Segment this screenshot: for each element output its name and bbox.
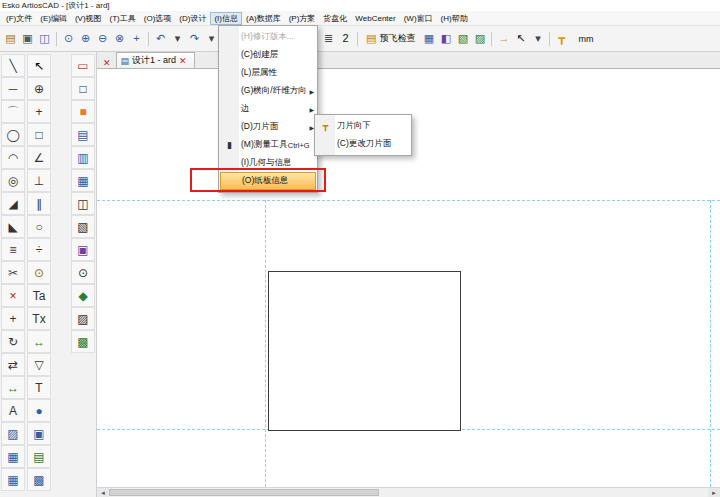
menubar-item-options[interactable]: (O)选项 — [140, 12, 176, 25]
tool-sheet-icon[interactable]: ▤ — [27, 445, 51, 468]
view-props-icon[interactable]: ▣ — [71, 238, 95, 261]
scroll-left-icon[interactable]: ◄ — [97, 488, 109, 497]
submenu-item-blade-down[interactable]: ┳ 刀片向下 — [316, 117, 410, 135]
tool-fillet-icon[interactable]: ◢ — [1, 192, 25, 215]
counter-icon[interactable]: ▧ — [454, 30, 471, 48]
tool-arc-icon[interactable]: ⌒ — [1, 100, 25, 123]
tool-tangent-icon[interactable]: ○ — [27, 215, 51, 238]
tool-pan-icon[interactable]: + — [27, 100, 51, 123]
tool-grid-icon[interactable]: ▦ — [1, 445, 25, 468]
view-3d-icon[interactable]: ◆ — [71, 284, 95, 307]
pan-icon[interactable]: + — [128, 30, 145, 48]
tool-scissors-icon[interactable]: ✂ — [1, 261, 25, 284]
tool-layout-icon[interactable]: ▣ — [27, 422, 51, 445]
menubar-item-design[interactable]: (D)设计 — [175, 12, 210, 25]
view-overlay-icon[interactable]: ▥ — [71, 146, 95, 169]
tool-parallel-icon[interactable]: ∥ — [27, 192, 51, 215]
view-sheet-icon[interactable]: ▨ — [71, 307, 95, 330]
tool-dimension-alt-icon[interactable]: ↔ — [27, 330, 51, 353]
tool-rotate-icon[interactable]: ↻ — [1, 330, 25, 353]
menu-item-board-information[interactable]: (O)纸板信息 — [220, 172, 316, 190]
tool-curve-icon[interactable]: ◠ — [1, 146, 25, 169]
menubar-item-database[interactable]: (A)数据库 — [242, 12, 285, 25]
menubar-item-window[interactable]: (W)窗口 — [400, 12, 437, 25]
select-tool-icon[interactable]: ↖ — [512, 30, 529, 48]
tab-design1[interactable]: ▤ 设计1 - ard ✕ — [116, 52, 195, 68]
tool-erase-icon[interactable]: × — [1, 284, 25, 307]
tool-offset-icon[interactable]: ≡ — [1, 238, 25, 261]
tool-grid-alt-icon[interactable]: ▦ — [1, 468, 25, 491]
tool-mirror-icon[interactable]: ⇄ — [1, 353, 25, 376]
menu-item-layer-properties[interactable]: (L)层属性 — [220, 64, 316, 82]
view-fill-icon[interactable]: ■ — [71, 100, 95, 123]
tool-ellipse-icon[interactable]: ◎ — [1, 169, 25, 192]
tool-hline-icon[interactable]: ─ — [1, 77, 25, 100]
redo-icon[interactable]: ↷ — [186, 30, 203, 48]
menubar-item-scheme[interactable]: (P)方案 — [285, 12, 320, 25]
tool-text-tx-icon[interactable]: Tx — [27, 307, 51, 330]
tool-move-icon[interactable]: + — [1, 307, 25, 330]
undo-dropdown-icon[interactable]: ▾ — [169, 30, 186, 48]
view-rulers-icon[interactable]: ▧ — [71, 215, 95, 238]
close-document-button[interactable]: ✕ — [100, 58, 114, 68]
menu-item-measure-tools[interactable]: ▮ (M)测量工具 Ctrl+G — [220, 136, 316, 154]
save-icon[interactable]: ◫ — [36, 30, 53, 48]
scrollbar-thumb[interactable] — [109, 489, 379, 496]
tool-angle-icon[interactable]: ∠ — [27, 146, 51, 169]
blade-down-icon[interactable]: ┳ — [553, 30, 570, 48]
preflight-check-button[interactable]: ▤ 预飞检查 — [361, 30, 420, 48]
menu-item-grain-direction[interactable]: (G)横向/纤维方向 ▶ — [220, 82, 316, 100]
menu-item-create-layer[interactable]: (C)创建层 — [220, 46, 316, 64]
view-layers-icon[interactable]: ▤ — [71, 123, 95, 146]
tool-dot-icon[interactable]: ● — [27, 399, 51, 422]
menu-item-geometry-info[interactable]: (I)几何与信息 — [220, 154, 316, 172]
zoom-scale-label[interactable]: 2 — [337, 30, 354, 48]
undo-icon[interactable]: ↶ — [152, 30, 169, 48]
zoom-out-icon[interactable]: ⊖ — [94, 30, 111, 48]
tool-measure-icon[interactable]: ⊙ — [27, 261, 51, 284]
menubar-item-webcenter[interactable]: WebCenter — [351, 13, 399, 24]
tool-node-edit-icon[interactable]: □ — [27, 123, 51, 146]
advance-arrow-icon[interactable]: → — [495, 30, 512, 48]
design-rectangle[interactable] — [268, 271, 461, 431]
menu-item-blade-face[interactable]: (D)刀片面 ▶ — [220, 118, 316, 136]
tool-symbol-icon[interactable]: ▽ — [27, 353, 51, 376]
select-dropdown-icon[interactable]: ▾ — [529, 30, 546, 48]
tool-dimension-icon[interactable]: ↔ — [1, 376, 25, 399]
tool-text-ta-icon[interactable]: Ta — [27, 284, 51, 307]
clipboard-icon[interactable]: ▤ — [2, 30, 19, 48]
view-grid-icon[interactable]: ▦ — [71, 169, 95, 192]
zoom-fit-icon[interactable]: ⊗ — [111, 30, 128, 48]
menubar-item-tools[interactable]: (T)工具 — [106, 12, 140, 25]
properties-icon[interactable]: ≣ — [320, 30, 337, 48]
output-icon[interactable]: ▨ — [471, 30, 488, 48]
view-report-icon[interactable]: ▩ — [71, 330, 95, 353]
scroll-right-icon[interactable]: ► — [708, 488, 720, 497]
layers-icon[interactable]: ▦ — [420, 30, 437, 48]
menubar-item-view[interactable]: (V)视图 — [71, 12, 106, 25]
submenu-item-change-blade-face[interactable]: (C)更改刀片面 — [316, 135, 410, 153]
print-icon[interactable]: ▣ — [19, 30, 36, 48]
menubar-item-edit[interactable]: (E)编辑 — [36, 12, 71, 25]
close-tab-button[interactable]: ✕ — [176, 56, 190, 66]
tool-divide-icon[interactable]: ÷ — [27, 238, 51, 261]
menubar-item-information[interactable]: (I)信息 — [210, 12, 242, 25]
tool-hatch-icon[interactable]: ▨ — [1, 422, 25, 445]
catalog-icon[interactable]: ◧ — [437, 30, 454, 48]
view-zoom-icon[interactable]: ⊙ — [71, 261, 95, 284]
tool-circle-icon[interactable]: ◯ — [1, 123, 25, 146]
zoom-in-icon[interactable]: ⊕ — [77, 30, 94, 48]
tool-letter-t-icon[interactable]: T — [27, 376, 51, 399]
tool-select-icon[interactable]: ↖ — [27, 54, 51, 77]
view-rebuild-icon[interactable]: ▭ — [71, 54, 95, 77]
menubar-item-palletization[interactable]: 货盘化 — [319, 12, 351, 25]
scrollbar-track[interactable] — [109, 488, 708, 497]
menubar-item-file[interactable]: (F)文件 — [2, 12, 36, 25]
view-snap-icon[interactable]: ◫ — [71, 192, 95, 215]
tool-chamfer-icon[interactable]: ◣ — [1, 215, 25, 238]
zoom-window-icon[interactable]: ⊙ — [60, 30, 77, 48]
tool-text-icon[interactable]: A — [1, 399, 25, 422]
view-outline-icon[interactable]: □ — [71, 77, 95, 100]
tool-palette-icon[interactable]: ▩ — [27, 468, 51, 491]
menu-item-side[interactable]: 边 ▶ — [220, 100, 316, 118]
